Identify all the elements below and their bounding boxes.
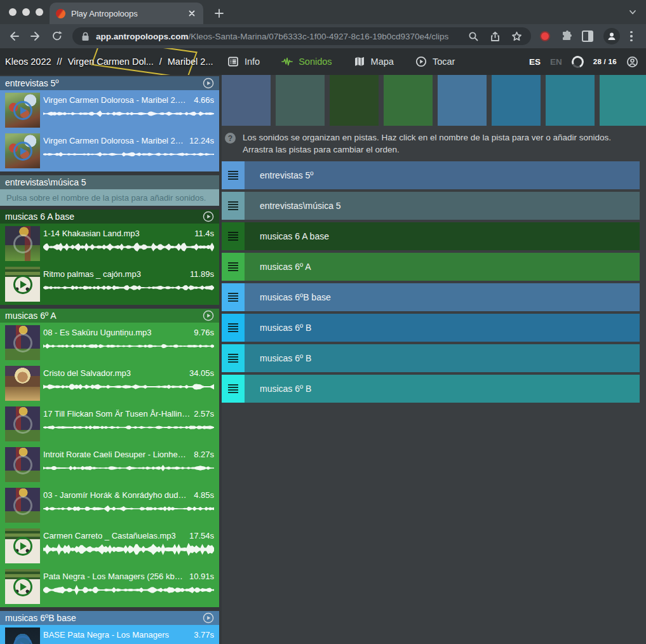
track-row[interactable]: musicas 6º B xyxy=(222,314,640,342)
breadcrumb[interactable]: Kleos 2022 // Virgen Carmen Dol... / Mar… xyxy=(5,48,213,75)
track-section-header[interactable]: musicas 6 A base xyxy=(0,210,219,224)
track-name[interactable]: entrevistas\música 5 xyxy=(245,192,640,220)
track-row[interactable]: musicas 6 A base xyxy=(222,222,640,250)
breadcrumb-remix[interactable]: Virgen Carmen Dol... xyxy=(68,57,154,67)
track-section-header[interactable]: musicas 6ºB base xyxy=(0,611,219,625)
window-zoom-button[interactable] xyxy=(36,8,43,16)
track-row[interactable]: musicas 6º B xyxy=(222,375,640,403)
nav-tab-tocar[interactable]: Tocar xyxy=(415,56,455,67)
clip-play-overlay-icon[interactable] xyxy=(13,636,32,644)
clip-waveform xyxy=(43,147,214,161)
breadcrumb-separator2: / xyxy=(159,57,162,67)
tab-search-chevron-icon[interactable] xyxy=(628,8,637,17)
track-row[interactable]: entrevistas 5º xyxy=(222,161,640,189)
bookmark-star-icon[interactable] xyxy=(511,31,522,42)
audio-clip[interactable]: Introit Rorate Caeli Desuper - Lionheart… xyxy=(0,445,219,485)
browser-tab[interactable]: Play Antropoloops xyxy=(50,3,203,24)
side-panel-icon[interactable] xyxy=(582,30,593,42)
track-section-header[interactable]: entrevistas\música 5 xyxy=(0,175,219,189)
nav-tab-mapa[interactable]: Mapa xyxy=(354,56,394,67)
new-tab-button[interactable] xyxy=(213,8,225,19)
track-play-button[interactable] xyxy=(203,77,214,89)
forward-button[interactable] xyxy=(29,30,42,43)
clip-title: 1-14 Khakasian Land.mp3 xyxy=(43,228,191,239)
track-drag-handle[interactable] xyxy=(222,222,245,250)
track-name[interactable]: musicas 6º B xyxy=(245,375,640,403)
browser-menu-icon[interactable] xyxy=(629,30,634,43)
track-color-swatch[interactable] xyxy=(276,75,325,126)
track-row[interactable]: musicas 6ºB base xyxy=(222,283,640,311)
track-row[interactable]: musicas 6º A xyxy=(222,253,640,281)
track-name[interactable]: musicas 6º B xyxy=(245,344,640,372)
clip-play-overlay-icon[interactable] xyxy=(13,142,32,161)
track-color-swatch[interactable] xyxy=(330,75,379,126)
track-row[interactable]: entrevistas\música 5 xyxy=(222,192,640,220)
audio-clip[interactable]: Cristo del Salvador.mp334.05s xyxy=(0,363,219,404)
audio-clip[interactable]: Virgen Carmen Dolorosa - Maribel 2.mp34.… xyxy=(0,90,219,131)
window-close-button[interactable] xyxy=(9,8,17,16)
track-color-swatch[interactable] xyxy=(492,75,541,126)
window-minimize-button[interactable] xyxy=(22,8,30,16)
track-section-title: musicas 6ºB base xyxy=(5,613,203,623)
audio-clip[interactable]: 17 Till Flickan Som Är Tusen År-Halling … xyxy=(0,404,219,445)
back-button[interactable] xyxy=(8,30,20,43)
track-color-swatch[interactable] xyxy=(600,75,646,126)
audio-clip[interactable]: Virgen Carmen Dolorosa - Maribel 2.mp312… xyxy=(0,131,219,171)
clip-play-overlay-icon[interactable] xyxy=(13,234,32,253)
track-color-swatch[interactable] xyxy=(546,75,595,126)
zoom-page-icon[interactable] xyxy=(468,31,479,42)
track-play-button[interactable] xyxy=(203,612,214,624)
breadcrumb-page[interactable]: Maribel 2... xyxy=(168,57,213,67)
profile-avatar[interactable] xyxy=(603,28,620,44)
clip-play-overlay-icon[interactable] xyxy=(13,496,32,515)
account-icon[interactable] xyxy=(626,56,638,68)
track-play-button[interactable] xyxy=(203,211,214,222)
track-drag-handle[interactable] xyxy=(222,375,245,403)
clip-play-overlay-icon[interactable] xyxy=(13,577,32,596)
recording-extension-icon[interactable] xyxy=(540,31,550,41)
tab-close-icon[interactable] xyxy=(187,8,197,18)
track-name[interactable]: musicas 6º A xyxy=(245,253,640,281)
track-drag-handle[interactable] xyxy=(222,314,245,342)
clip-play-overlay-icon[interactable] xyxy=(13,275,32,294)
breadcrumb-project[interactable]: Kleos 2022 xyxy=(5,57,51,67)
track-row[interactable]: musicas 6º B xyxy=(222,344,640,372)
track-play-button[interactable] xyxy=(203,310,214,321)
lang-es-button[interactable]: ES xyxy=(529,57,541,67)
track-name[interactable]: musicas 6º B xyxy=(245,314,640,342)
track-drag-handle[interactable] xyxy=(222,283,245,311)
clip-play-overlay-icon[interactable] xyxy=(13,537,32,556)
lang-en-button[interactable]: EN xyxy=(550,57,562,67)
track-color-swatch[interactable] xyxy=(222,75,271,126)
track-drag-handle[interactable] xyxy=(222,344,245,372)
audio-clip[interactable]: Ritmo palmas _ cajón.mp311.89s xyxy=(0,264,219,305)
clip-play-overlay-icon[interactable] xyxy=(13,101,32,120)
track-name[interactable]: entrevistas 5º xyxy=(245,161,640,189)
clip-play-overlay-icon[interactable] xyxy=(13,333,32,352)
nav-tab-sonidos[interactable]: Sonidos xyxy=(281,56,332,67)
track-color-swatch[interactable] xyxy=(438,75,487,126)
track-section-header[interactable]: musicas 6º A xyxy=(0,309,219,323)
clip-play-overlay-icon[interactable] xyxy=(13,415,32,434)
clip-play-overlay-icon[interactable] xyxy=(13,455,32,474)
audio-clip[interactable]: 08 - Es Sakūru Uguntiņu.mp39.76s xyxy=(0,323,219,363)
drag-handle-icon xyxy=(228,171,238,180)
clip-title: 17 Till Flickan Som Är Tusen År-Halling … xyxy=(43,408,190,419)
track-name[interactable]: musicas 6 A base xyxy=(245,222,640,250)
audio-clip[interactable]: BASE Pata Negra - Los Managers3.77s xyxy=(0,625,219,644)
nav-tab-info[interactable]: Info xyxy=(227,56,260,67)
audio-clip[interactable]: Carmen Carreto _ Castañuelas.mp317.54s xyxy=(0,526,219,567)
track-drag-handle[interactable] xyxy=(222,253,245,281)
track-drag-handle[interactable] xyxy=(222,192,245,220)
track-drag-handle[interactable] xyxy=(222,161,245,189)
address-bar[interactable]: app.antropoloops.com/Kleos-Santa-Marina/… xyxy=(72,27,531,45)
track-name[interactable]: musicas 6ºB base xyxy=(245,283,640,311)
extensions-puzzle-icon[interactable] xyxy=(560,30,573,43)
audio-clip[interactable]: 03 - Jaromír Horák & Konrádyho dudácká .… xyxy=(0,485,219,526)
track-section-header[interactable]: entrevistas 5º xyxy=(0,76,219,90)
track-color-swatch[interactable] xyxy=(384,75,433,126)
reload-button[interactable] xyxy=(51,30,64,43)
audio-clip[interactable]: Pata Negra - Los Managers (256 kbps).mp3… xyxy=(0,567,219,607)
share-icon[interactable] xyxy=(490,31,501,42)
audio-clip[interactable]: 1-14 Khakasian Land.mp311.4s xyxy=(0,224,219,264)
